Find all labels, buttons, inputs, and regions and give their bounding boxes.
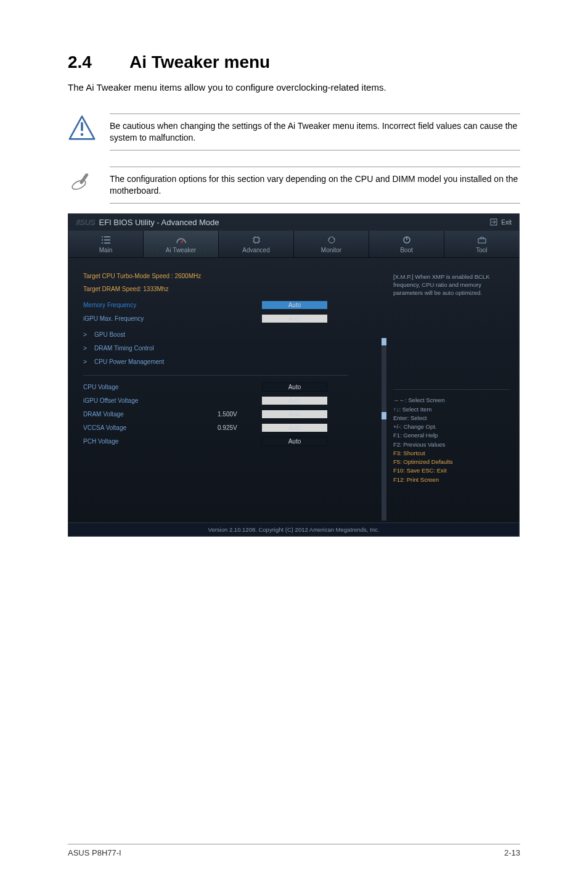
row-pch-voltage[interactable]: PCH Voltage Auto [83, 435, 378, 448]
memory-frequency-value[interactable]: Auto [262, 301, 327, 309]
tab-ai-tweaker-label: Ai Tweaker [144, 247, 218, 254]
chevron-right-icon: > [83, 345, 89, 352]
svg-rect-11 [478, 239, 486, 243]
igpu-max-frequency-value[interactable]: Auto [262, 315, 327, 323]
row-dram-timing-control[interactable]: > DRAM Timing Control [83, 342, 378, 355]
bios-tabs: Main Ai Tweaker Advanced Monitor [68, 231, 519, 258]
key-line: ↑↓: Select Item [393, 405, 509, 414]
exit-icon [490, 218, 497, 226]
power-icon [369, 234, 444, 245]
svg-point-8 [329, 238, 330, 239]
section-heading: 2.4Ai Tweaker menu [68, 52, 520, 72]
svg-point-7 [329, 237, 335, 243]
chip-icon [219, 234, 293, 245]
tab-advanced[interactable]: Advanced [219, 231, 294, 257]
tab-monitor[interactable]: Monitor [294, 231, 369, 257]
chevron-right-icon: > [83, 331, 89, 338]
igpu-offset-voltage-value[interactable]: Auto [262, 397, 327, 405]
caution-icon [68, 113, 96, 142]
row-cpu-voltage[interactable]: CPU Voltage Auto [83, 381, 378, 394]
bios-title: EFI BIOS Utility - Advanced Mode [99, 218, 219, 227]
scroll-down-icon[interactable] [382, 412, 386, 419]
chevron-right-icon: > [83, 358, 89, 365]
bios-footer: Version 2.10.1208. Copyright (C) 2012 Am… [68, 522, 519, 536]
pch-voltage-value[interactable]: Auto [262, 437, 327, 446]
monitor-icon [294, 234, 369, 245]
cpu-voltage-value[interactable]: Auto [262, 382, 327, 392]
key-line: F3: Shortcut [393, 449, 509, 458]
svg-rect-4 [80, 173, 89, 184]
exit-label: Exit [501, 219, 512, 226]
footer-left: ASUS P8H77-I [68, 848, 121, 857]
bios-screenshot: /ISUS EFI BIOS Utility - Advanced Mode E… [68, 213, 520, 537]
gpu-boost-label: GPU Boost [94, 331, 125, 338]
svg-rect-6 [254, 237, 259, 242]
vccsa-voltage-value[interactable]: Auto [262, 424, 327, 432]
memory-frequency-label: Memory Frequency [83, 302, 213, 308]
target-cpu: Target CPU Turbo-Mode Speed : 2600MHz [83, 273, 378, 279]
tab-tool-label: Tool [444, 247, 519, 254]
dram-voltage-value[interactable]: Auto [262, 410, 327, 418]
row-gpu-boost[interactable]: > GPU Boost [83, 328, 378, 342]
row-igpu-offset-voltage[interactable]: iGPU Offset Voltage Auto [83, 394, 378, 408]
row-dram-voltage[interactable]: DRAM Voltage 1.500V Auto [83, 408, 378, 421]
section-number: 2.4 [68, 52, 129, 72]
tab-boot-label: Boot [369, 247, 444, 254]
key-line: →←: Select Screen [393, 396, 509, 405]
dram-voltage-mid: 1.500V [218, 411, 257, 418]
key-line: F1: General Help [393, 431, 509, 440]
key-line: Enter: Select [393, 414, 509, 423]
section-title: Ai Tweaker menu [129, 52, 270, 72]
note-icon [68, 167, 96, 195]
igpu-max-frequency-label: iGPU Max. Frequency [83, 315, 213, 322]
svg-point-9 [333, 238, 335, 239]
vccsa-voltage-label: VCCSA Voltage [83, 424, 213, 431]
key-line: F5: Optimized Defaults [393, 458, 509, 466]
tab-boot[interactable]: Boot [369, 231, 444, 257]
toolbox-icon [444, 234, 519, 245]
key-line: F12: Print Screen [393, 476, 509, 484]
tab-tool[interactable]: Tool [444, 231, 519, 257]
key-line: +/-: Change Opt. [393, 423, 509, 431]
tab-advanced-label: Advanced [219, 247, 293, 254]
key-line: F2: Previous Values [393, 440, 509, 449]
key-line: F10: Save ESC: Exit [393, 466, 509, 475]
scroll-up-icon[interactable] [382, 338, 386, 345]
key-help: →←: Select Screen ↑↓: Select Item Enter:… [393, 389, 509, 484]
note-callout: The configuration options for this secti… [68, 159, 520, 204]
tab-ai-tweaker[interactable]: Ai Tweaker [144, 231, 219, 257]
row-vccsa-voltage[interactable]: VCCSA Voltage 0.925V Auto [83, 421, 378, 435]
caution-callout: Be cautious when changing the settings o… [68, 106, 520, 151]
cpu-power-management-label: CPU Power Management [94, 358, 164, 365]
igpu-offset-voltage-label: iGPU Offset Voltage [83, 397, 213, 404]
tab-main-label: Main [68, 247, 143, 254]
list-icon [68, 234, 143, 245]
dram-voltage-label: DRAM Voltage [83, 411, 213, 418]
tab-monitor-label: Monitor [294, 247, 369, 254]
target-dram: Target DRAM Speed: 1333Mhz [83, 286, 378, 292]
scrollbar[interactable] [382, 338, 386, 521]
footer-right: 2-13 [504, 848, 520, 857]
divider [83, 375, 348, 376]
row-memory-frequency[interactable]: Memory Frequency Auto [83, 299, 378, 312]
note-text: The configuration options for this secti… [110, 173, 520, 197]
svg-point-2 [81, 133, 84, 136]
vccsa-voltage-mid: 0.925V [218, 424, 257, 431]
bios-brand: /ISUS [76, 218, 95, 227]
help-text: [X.M.P.] When XMP is enabled BCLK freque… [393, 273, 509, 297]
tab-main[interactable]: Main [68, 231, 144, 257]
intro-text: The Ai Tweaker menu items allow you to c… [68, 82, 520, 93]
row-cpu-power-management[interactable]: > CPU Power Management [83, 355, 378, 369]
page-footer: ASUS P8H77-I 2-13 [68, 844, 520, 857]
caution-text: Be cautious when changing the settings o… [110, 120, 520, 144]
cpu-voltage-label: CPU Voltage [83, 384, 213, 390]
pch-voltage-label: PCH Voltage [83, 438, 213, 445]
exit-button[interactable]: Exit [490, 218, 512, 226]
dram-timing-control-label: DRAM Timing Control [94, 345, 154, 352]
row-igpu-max-frequency[interactable]: iGPU Max. Frequency Auto [83, 312, 378, 326]
svg-rect-1 [81, 122, 83, 131]
dial-icon [144, 234, 218, 245]
